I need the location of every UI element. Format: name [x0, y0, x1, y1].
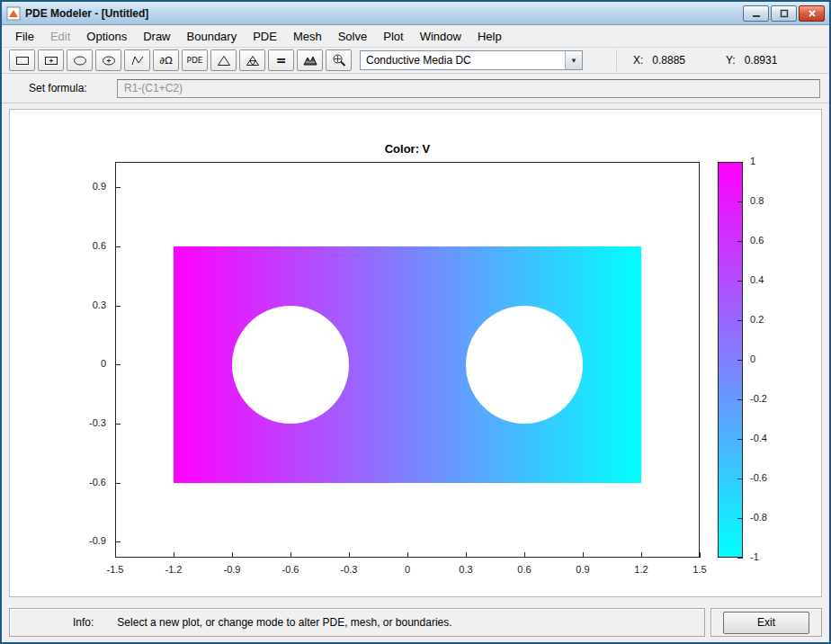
menu-options[interactable]: Options [78, 27, 135, 46]
x-tick-label: -0.3 [329, 564, 369, 575]
colorbar-tick-label: 1 [750, 156, 782, 166]
colorbar-tick [737, 320, 743, 321]
menu-mesh[interactable]: Mesh [285, 27, 330, 46]
ellipse-center-icon [101, 54, 117, 67]
x-tick-label: -0.6 [271, 564, 310, 575]
close-button[interactable] [799, 5, 825, 22]
pde-mode-button[interactable]: PDE [182, 49, 208, 71]
plot-title: Color: V [115, 142, 700, 156]
solve-button[interactable]: = [268, 49, 294, 71]
y-tick [115, 246, 121, 247]
colorbar-tick [737, 360, 743, 361]
x-tick [349, 552, 350, 558]
cursor-coordinates: X: 0.8885 Y: 0.8931 [616, 49, 822, 71]
menu-window[interactable]: Window [412, 27, 469, 46]
minimize-icon [752, 9, 761, 18]
colorbar-tick [737, 518, 743, 519]
axes-box [115, 162, 700, 558]
application-mode-value: Conductive Media DC [361, 54, 565, 67]
info-panel: Info: Select a new plot, or change mode … [9, 608, 705, 637]
y-tick-label: -0.3 [67, 417, 106, 428]
set-formula-input[interactable] [117, 79, 820, 98]
titlebar[interactable]: PDE Modeler - [Untitled] [2, 2, 829, 25]
ellipse-tool-button[interactable] [67, 49, 93, 71]
exit-button[interactable]: Exit [723, 612, 809, 634]
boundary-mode-label: ∂Ω [159, 55, 172, 67]
maximize-button[interactable] [771, 5, 797, 22]
zoom-icon [331, 53, 347, 67]
window-title: PDE Modeler - [Untitled] [25, 7, 741, 20]
colorbar-tick [737, 479, 743, 479]
y-tick-label: 0.3 [67, 300, 106, 310]
colorbar-tick-label: -1 [750, 551, 782, 562]
colorbar-tick-label: 0.4 [750, 274, 782, 285]
colorbar-tick-label: -0.8 [750, 512, 782, 523]
y-tick-label: 0.9 [67, 181, 106, 192]
rectangle-tool-button[interactable] [9, 49, 35, 71]
close-icon [808, 9, 817, 18]
zoom-button[interactable] [326, 49, 352, 71]
statusbar: Info: Select a new plot, or change mode … [2, 603, 829, 642]
colorbar-tick [737, 281, 743, 282]
x-tick [524, 552, 525, 558]
colorbar-tick-label: -0.6 [750, 472, 782, 483]
x-tick-label: 0.3 [446, 564, 486, 575]
menu-boundary[interactable]: Boundary [179, 27, 246, 46]
polygon-icon [130, 54, 146, 67]
x-coordinate-value: 0.8885 [652, 54, 685, 67]
menubar: File Edit Options Draw Boundary PDE Mesh… [2, 25, 829, 48]
x-tick [174, 552, 174, 558]
ellipse-centered-tool-button[interactable] [95, 49, 121, 71]
solve-label: = [276, 53, 287, 67]
menu-plot[interactable]: Plot [375, 27, 411, 46]
main-area: Color: V-1.5-1.2-0.9-0.6-0.300.30.60.91.… [2, 103, 829, 603]
y-tick [115, 541, 121, 542]
plot-canvas[interactable]: Color: V-1.5-1.2-0.9-0.6-0.300.30.60.91.… [9, 109, 822, 597]
x-coordinate-label: X: [633, 54, 643, 67]
rectangle-icon [14, 54, 31, 67]
rectangle-centered-tool-button[interactable] [38, 49, 64, 71]
mesh-mode-button[interactable] [210, 49, 237, 71]
colorbar-tick [737, 201, 743, 202]
y-tick [115, 364, 121, 365]
x-tick-label: 1.2 [621, 564, 661, 575]
menu-solve[interactable]: Solve [330, 27, 376, 46]
chevron-down-icon[interactable]: ▼ [565, 51, 582, 69]
colorbar-tick [737, 558, 743, 559]
info-label: Info: [73, 616, 94, 629]
y-tick [115, 187, 121, 188]
colorbar-tick [737, 399, 743, 400]
y-tick-label: -0.6 [67, 477, 106, 487]
menu-help[interactable]: Help [469, 27, 510, 46]
minimize-button[interactable] [743, 5, 769, 22]
boundary-mode-button[interactable]: ∂Ω [153, 49, 179, 71]
colorbar-tick-label: 0.8 [750, 195, 782, 206]
triangle-mesh-icon [216, 54, 232, 67]
x-tick-label: 0.6 [505, 564, 544, 575]
colorbar-tick-label: -0.2 [750, 393, 782, 404]
menu-pde[interactable]: PDE [245, 27, 285, 46]
pde-modeler-window: PDE Modeler - [Untitled] File Edit Optio… [0, 0, 831, 644]
set-formula-label: Set formula: [11, 82, 117, 94]
pde-mode-label: PDE [186, 56, 202, 65]
application-mode-select[interactable]: Conductive Media DC ▼ [360, 50, 583, 70]
info-message: Select a new plot, or change mode to alt… [117, 616, 451, 629]
menu-file[interactable]: File [7, 27, 42, 46]
x-tick [232, 552, 233, 558]
x-tick-label: -0.9 [212, 564, 252, 575]
colorbar-tick-label: 0 [750, 353, 782, 364]
x-tick [641, 552, 642, 558]
y-tick [115, 424, 121, 425]
plot-solution-button[interactable] [297, 49, 323, 71]
y-tick-label: 0.6 [67, 240, 106, 251]
polygon-tool-button[interactable] [124, 49, 150, 71]
menu-edit[interactable]: Edit [42, 27, 78, 46]
refine-mesh-button[interactable] [239, 49, 265, 71]
app-icon [6, 6, 21, 21]
y-tick [115, 306, 121, 307]
colorbar-tick [737, 439, 743, 440]
exit-panel: Exit [710, 608, 822, 637]
x-tick-label: 1.5 [680, 564, 719, 575]
menu-draw[interactable]: Draw [135, 27, 178, 46]
x-tick [115, 552, 116, 558]
